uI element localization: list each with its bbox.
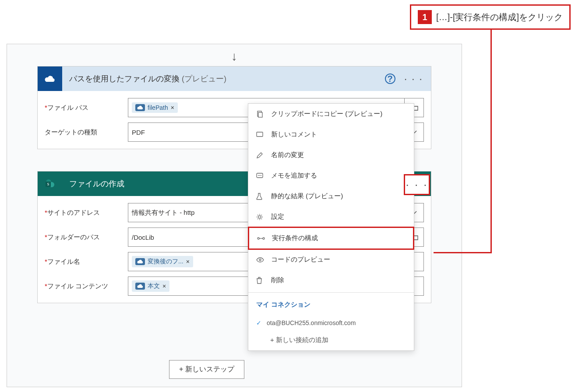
field-label: ターゲットの種類 [45, 128, 128, 136]
menu-label: 新しいコメント [271, 130, 317, 139]
action-context-menu: クリップボードにコピー (プレビュー) 新しいコメント 名前の変更 メモを追加す… [248, 103, 414, 351]
token-label: 変換後のフ... [148, 258, 183, 266]
check-icon: ✓ [256, 319, 261, 326]
field-label: *ファイル名 [45, 258, 128, 266]
callout-connector-horizontal [434, 252, 492, 253]
dynamic-content-token[interactable]: 本文 × [132, 280, 169, 292]
menu-section-my-connection: マイ コネクション [248, 294, 414, 315]
card-title-suffix: (プレビュー) [182, 74, 226, 83]
flask-icon [256, 193, 265, 200]
menu-item-rename[interactable]: 名前の変更 [248, 145, 414, 165]
cloud-icon [135, 283, 145, 290]
trash-icon [256, 277, 265, 284]
menu-item-configure-run-after[interactable]: 実行条件の構成 [248, 227, 414, 250]
gear-icon [256, 214, 265, 220]
field-label: *ファイル コンテンツ [45, 282, 128, 290]
more-button-highlight: · · · [404, 174, 430, 195]
svg-point-13 [263, 238, 265, 239]
menu-item-new-comment[interactable]: 新しいコメント [248, 124, 414, 145]
menu-label: 静的な結果 (プレビュー) [271, 192, 343, 200]
svg-point-9 [259, 175, 260, 176]
sharepoint-icon: S [38, 172, 62, 196]
card-header[interactable]: パスを使用したファイルの変換 (プレビュー) ? · · · [38, 66, 431, 91]
more-menu-button[interactable]: · · · [406, 178, 428, 192]
menu-item-copy-clipboard[interactable]: クリップボードにコピー (プレビュー) [248, 104, 414, 124]
menu-separator [248, 292, 414, 293]
svg-point-11 [258, 216, 261, 218]
connection-item[interactable]: ✓ ota@BUCH255.onmicrosoft.com [248, 315, 414, 331]
menu-item-peek-code[interactable]: コードのプレビュー [248, 249, 414, 270]
dynamic-content-token[interactable]: 変換後のフ... × [132, 256, 193, 267]
instruction-callout: 1 […]-[実行条件の構成]をクリック [410, 4, 571, 30]
callout-number: 1 [418, 10, 432, 24]
copy-icon [256, 111, 265, 118]
menu-item-static-result[interactable]: 静的な結果 (プレビュー) [248, 186, 414, 206]
menu-item-delete[interactable]: 削除 [248, 270, 414, 290]
callout-connector-vertical [490, 27, 492, 253]
card-title: パスを使用したファイルの変換 (プレビュー) [62, 74, 385, 84]
menu-label: コードのプレビュー [271, 256, 330, 264]
dynamic-content-token[interactable]: filePath × [132, 102, 178, 113]
new-step-button[interactable]: + 新しいステップ [169, 360, 244, 379]
token-label: filePath [148, 104, 168, 111]
token-remove-icon[interactable]: × [171, 104, 174, 111]
callout-text: […]-[実行条件の構成]をクリック [436, 11, 563, 23]
svg-rect-5 [258, 112, 262, 117]
menu-label: 名前の変更 [271, 151, 304, 159]
menu-item-settings[interactable]: 設定 [248, 206, 414, 227]
more-menu-button[interactable]: · · · [402, 73, 426, 85]
svg-text:S: S [47, 182, 49, 186]
token-remove-icon[interactable]: × [162, 283, 166, 290]
token-remove-icon[interactable]: × [186, 258, 190, 265]
note-icon [256, 173, 265, 179]
flow-arrow-down-icon: ↓ [231, 49, 237, 63]
comment-icon [256, 132, 265, 138]
svg-point-12 [258, 238, 259, 239]
svg-rect-6 [257, 132, 263, 136]
menu-item-add-note[interactable]: メモを追加する [248, 165, 414, 186]
onedrive-icon [38, 66, 62, 91]
token-label: 本文 [148, 282, 160, 290]
field-label: *サイトのアドレス [45, 209, 128, 217]
eye-icon [256, 257, 265, 262]
menu-label: 実行条件の構成 [272, 234, 318, 242]
menu-label: メモを追加する [271, 172, 317, 180]
flow-canvas: ↓ パスを使用したファイルの変換 (プレビュー) ? · · · *ファイル パ… [7, 44, 462, 387]
connection-email: ota@BUCH255.onmicrosoft.com [267, 319, 356, 326]
menu-item-add-connection[interactable]: + 新しい接続の追加 [248, 331, 414, 350]
field-label: *フォルダーのパス [45, 233, 128, 242]
field-label: *ファイル パス [45, 104, 128, 112]
cloud-icon [135, 258, 145, 265]
svg-point-14 [259, 259, 261, 261]
menu-label: クリップボードにコピー (プレビュー) [271, 110, 382, 118]
menu-label: 設定 [271, 213, 284, 221]
svg-point-10 [261, 175, 261, 176]
run-after-icon [257, 236, 266, 241]
card-title-text: パスを使用したファイルの変換 [69, 74, 180, 83]
pencil-icon [256, 152, 265, 159]
menu-label: 削除 [271, 276, 284, 284]
help-icon[interactable]: ? [385, 74, 395, 84]
cloud-icon [135, 104, 145, 111]
svg-point-8 [258, 175, 259, 176]
